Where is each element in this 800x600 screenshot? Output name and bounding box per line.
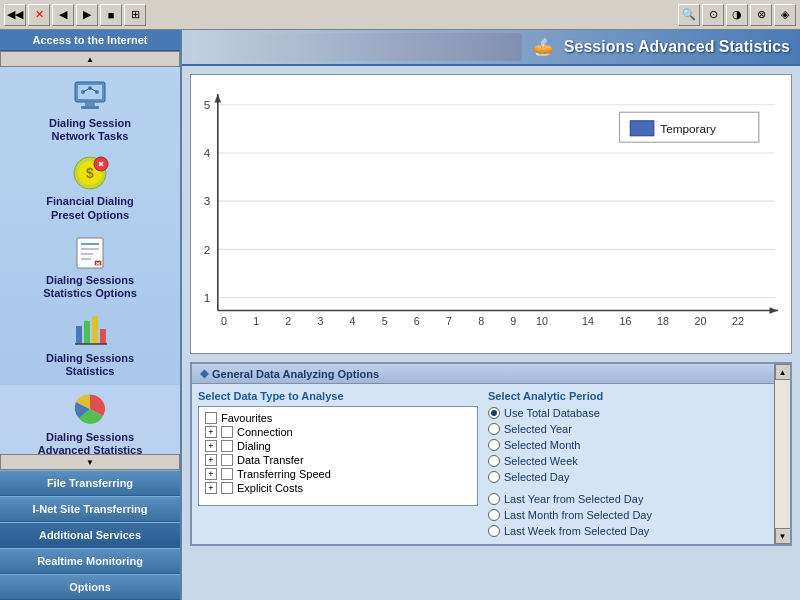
svg-text:18: 18: [657, 315, 669, 327]
data-transfer-label: Data Transfer: [237, 454, 304, 466]
radio-selected-day-btn[interactable]: [488, 471, 500, 483]
toolbar-x-btn[interactable]: ⊗: [750, 4, 772, 26]
svg-text:4: 4: [204, 146, 211, 159]
tree-item-connection[interactable]: + Connection: [203, 425, 473, 439]
toolbar-diamond-btn[interactable]: ◈: [774, 4, 796, 26]
toolbar-half-btn[interactable]: ◑: [726, 4, 748, 26]
dialing-label: Dialing: [237, 440, 271, 452]
svg-text:5: 5: [204, 98, 211, 111]
radio-selected-year-btn[interactable]: [488, 423, 500, 435]
radio-last-month-btn[interactable]: [488, 509, 500, 521]
explicit-costs-label: Explicit Costs: [237, 482, 303, 494]
toolbar-next-btn[interactable]: ▶: [76, 4, 98, 26]
toolbar-search-btn[interactable]: 🔍: [678, 4, 700, 26]
sidebar-btn-additional-services[interactable]: Additional Services: [0, 522, 180, 548]
svg-text:6: 6: [414, 315, 420, 327]
scrollbar-up-btn[interactable]: ▲: [775, 364, 791, 380]
dialing-expand[interactable]: +: [205, 440, 217, 452]
dialing-checkbox[interactable]: [221, 440, 233, 452]
sidebar-item-network-tasks[interactable]: Dialing SessionNetwork Tasks: [0, 71, 180, 147]
radio-selected-day-label: Selected Day: [504, 471, 569, 483]
network-tasks-icon: [70, 75, 110, 115]
sidebar-item-advanced-statistics[interactable]: Dialing SessionsAdvanced Statistics: [0, 385, 180, 455]
sidebar-label-advanced: Dialing SessionsAdvanced Statistics: [38, 431, 143, 455]
radio-selected-week[interactable]: Selected Week: [488, 454, 768, 468]
page-header: 🥧 Sessions Advanced Statistics: [182, 30, 800, 66]
sidebar-btn-file-transferring[interactable]: File Transferring: [0, 470, 180, 496]
bottom-panel-content: ◆ General Data Analyzing Options Select …: [192, 364, 774, 544]
explicit-costs-checkbox[interactable]: [221, 482, 233, 494]
scrollbar-track[interactable]: [775, 380, 790, 528]
toolbar-stop-btn[interactable]: ■: [100, 4, 122, 26]
radio-selected-week-btn[interactable]: [488, 455, 500, 467]
svg-rect-23: [76, 326, 82, 344]
favourites-checkbox[interactable]: [205, 412, 217, 424]
left-section-title: Select Data Type to Analyse: [198, 390, 478, 402]
svg-text:2: 2: [204, 243, 211, 256]
radio-use-total-database-btn[interactable]: [488, 407, 500, 419]
sidebar-item-financial-dialing[interactable]: $ Financial DialingPreset Options: [0, 149, 180, 225]
page-title: Sessions Advanced Statistics: [564, 38, 790, 56]
radio-last-year-btn[interactable]: [488, 493, 500, 505]
sidebar-header: Access to the Internet: [0, 30, 180, 51]
radio-selected-month[interactable]: Selected Month: [488, 438, 768, 452]
statistics-icon: [70, 310, 110, 350]
connection-checkbox[interactable]: [221, 426, 233, 438]
explicit-costs-expand[interactable]: +: [205, 482, 217, 494]
svg-text:Temporary: Temporary: [660, 122, 716, 135]
tree-item-transferring-speed[interactable]: + Transferring Speed: [203, 467, 473, 481]
toolbar-back-btn[interactable]: ◀◀: [4, 4, 26, 26]
svg-marker-41: [215, 94, 221, 103]
toolbar-right: 🔍 ⊙ ◑ ⊗ ◈: [678, 4, 796, 26]
sidebar-scroll-down[interactable]: ▼: [0, 454, 180, 470]
data-type-tree: Favourites + Connection + Dialing: [198, 406, 478, 506]
toolbar-prev-btn[interactable]: ◀: [52, 4, 74, 26]
data-transfer-checkbox[interactable]: [221, 454, 233, 466]
financial-dialing-icon: $: [70, 153, 110, 193]
sidebar-btn-options[interactable]: Options: [0, 574, 180, 600]
sidebar-btn-inet-site[interactable]: I-Net Site Transferring: [0, 496, 180, 522]
sidebar-btn-realtime[interactable]: Realtime Monitoring: [0, 548, 180, 574]
radio-last-week-btn[interactable]: [488, 525, 500, 537]
sidebar-scroll-up[interactable]: ▲: [0, 51, 180, 67]
tree-item-explicit-costs[interactable]: + Explicit Costs: [203, 481, 473, 495]
tree-item-data-transfer[interactable]: + Data Transfer: [203, 453, 473, 467]
bottom-panel: ◆ General Data Analyzing Options Select …: [190, 362, 792, 546]
connection-label: Connection: [237, 426, 293, 438]
right-section-title: Select Analytic Period: [488, 390, 768, 402]
radio-selected-day[interactable]: Selected Day: [488, 470, 768, 484]
radio-last-month[interactable]: Last Month from Selected Day: [488, 508, 768, 522]
scrollbar-down-btn[interactable]: ▼: [775, 528, 791, 544]
chart-svg: 5 4 3 2 1 0 1 2 3: [191, 75, 791, 353]
panel-scrollbar: ▲ ▼: [774, 364, 790, 544]
svg-text:7: 7: [446, 315, 452, 327]
analytic-period-group: Use Total Database Selected Year Selecte…: [488, 406, 768, 538]
radio-use-total-database[interactable]: Use Total Database: [488, 406, 768, 420]
panel-title: ◆ General Data Analyzing Options: [192, 364, 774, 384]
radio-selected-month-label: Selected Month: [504, 439, 580, 451]
radio-last-year-label: Last Year from Selected Day: [504, 493, 643, 505]
connection-expand[interactable]: +: [205, 426, 217, 438]
radio-selected-month-btn[interactable]: [488, 439, 500, 451]
main-layout: Access to the Internet ▲: [0, 30, 800, 600]
transferring-speed-checkbox[interactable]: [221, 468, 233, 480]
svg-text:1: 1: [253, 315, 259, 327]
content-area: 🥧 Sessions Advanced Statistics 5 4 3 2 1: [182, 30, 800, 600]
tree-item-dialing[interactable]: + Dialing: [203, 439, 473, 453]
transferring-speed-expand[interactable]: +: [205, 468, 217, 480]
svg-text:16: 16: [620, 315, 632, 327]
toolbar-grid-btn[interactable]: ⊞: [124, 4, 146, 26]
radio-last-year[interactable]: Last Year from Selected Day: [488, 492, 768, 506]
data-transfer-expand[interactable]: +: [205, 454, 217, 466]
radio-last-week[interactable]: Last Week from Selected Day: [488, 524, 768, 538]
radio-last-month-label: Last Month from Selected Day: [504, 509, 652, 521]
svg-rect-25: [92, 316, 98, 344]
radio-selected-year[interactable]: Selected Year: [488, 422, 768, 436]
svg-text:8: 8: [478, 315, 484, 327]
sidebar-item-statistics[interactable]: Dialing SessionsStatistics: [0, 306, 180, 382]
sidebar-item-statistics-options[interactable]: Dialing SessionsStatistics Options: [0, 228, 180, 304]
right-section: Select Analytic Period Use Total Databas…: [488, 390, 768, 538]
toolbar-circle-btn[interactable]: ⊙: [702, 4, 724, 26]
toolbar-close-btn[interactable]: ✕: [28, 4, 50, 26]
tree-item-favourites[interactable]: Favourites: [203, 411, 473, 425]
